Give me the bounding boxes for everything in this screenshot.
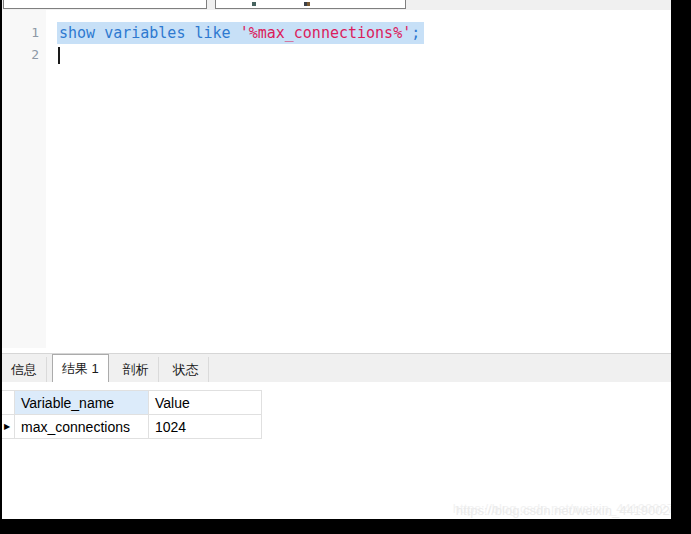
result-tabbar: 信息 结果 1 剖析 状态 (2, 353, 671, 382)
cell-value[interactable]: 1024 (149, 415, 262, 438)
connection-combobox[interactable] (3, 0, 207, 9)
column-header-value[interactable]: Value (149, 391, 262, 414)
table-header-row: Variable_name Value (2, 391, 262, 415)
query-toolbar (2, 0, 671, 10)
result-table: Variable_name Value ▶ max_connections 10… (2, 390, 262, 439)
row-selector-cell[interactable]: ▶ (2, 415, 15, 438)
sql-editor[interactable]: 1 2 show variables like '%max_connection… (2, 10, 671, 353)
line-number-1: 1 (9, 25, 39, 40)
result-grid: Variable_name Value ▶ max_connections 10… (2, 382, 671, 519)
line-number-2: 2 (9, 47, 39, 62)
frame-bottom-edge (0, 519, 691, 534)
sql-terminator: ; (411, 24, 420, 42)
sql-statement-line: show variables like '%max_connections%'; (57, 22, 424, 44)
database-combobox-text-fragment (304, 2, 307, 6)
line-number-gutter: 1 2 (2, 10, 46, 348)
cell-variable-name[interactable]: max_connections (15, 415, 149, 438)
column-header-variable-name[interactable]: Variable_name (15, 391, 149, 414)
text-cursor (58, 47, 60, 64)
database-combobox[interactable] (215, 0, 406, 9)
tab-result-1[interactable]: 结果 1 (52, 354, 109, 382)
sql-query-window: 1 2 show variables like '%max_connection… (0, 0, 691, 534)
tab-profile[interactable]: 剖析 (114, 357, 159, 382)
frame-right-edge (671, 0, 691, 534)
tab-info[interactable]: 信息 (2, 357, 47, 382)
sql-keywords: show variables like (59, 24, 240, 42)
selected-sql-text: show variables like '%max_connections%'; (57, 22, 424, 44)
table-row[interactable]: ▶ max_connections 1024 (2, 415, 262, 439)
tab-status[interactable]: 状态 (164, 357, 209, 382)
database-icon (252, 2, 256, 6)
header-gutter-cell (2, 391, 15, 414)
csdn-watermark-copy-2: https://blog.csdn.net/weixin_44190027 (456, 503, 677, 518)
frame-left-edge (0, 0, 2, 534)
sql-string-literal: '%max_connections%' (240, 24, 412, 42)
row-selector-arrow-icon: ▶ (4, 423, 10, 431)
